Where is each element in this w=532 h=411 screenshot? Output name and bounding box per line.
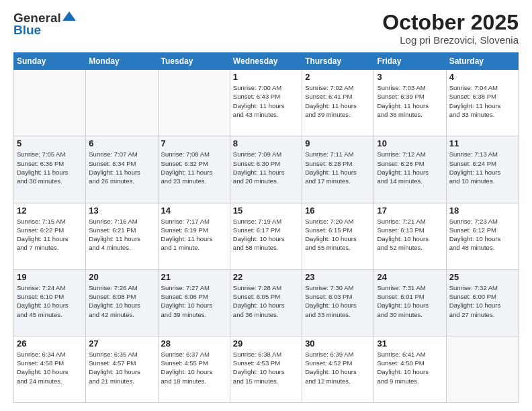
title-block: October 2025 Log pri Brezovici, Slovenia xyxy=(382,11,519,46)
day-info: Sunrise: 6:35 AM Sunset: 4:57 PM Dayligh… xyxy=(89,350,154,385)
calendar-week-row: 19Sunrise: 7:24 AM Sunset: 6:10 PM Dayli… xyxy=(14,269,519,336)
table-row: 2Sunrise: 7:02 AM Sunset: 6:41 PM Daylig… xyxy=(302,70,374,136)
day-info: Sunrise: 7:07 AM Sunset: 6:34 PM Dayligh… xyxy=(89,150,154,185)
header-sunday: Sunday xyxy=(14,53,86,70)
table-row: 21Sunrise: 7:27 AM Sunset: 6:06 PM Dayli… xyxy=(158,269,230,336)
table-row: 28Sunrise: 6:37 AM Sunset: 4:55 PM Dayli… xyxy=(158,336,230,402)
calendar-table: Sunday Monday Tuesday Wednesday Thursday… xyxy=(13,52,519,403)
day-number: 16 xyxy=(305,205,371,216)
day-number: 23 xyxy=(305,272,371,282)
day-info: Sunrise: 7:09 AM Sunset: 6:30 PM Dayligh… xyxy=(233,150,299,185)
day-info: Sunrise: 7:05 AM Sunset: 6:36 PM Dayligh… xyxy=(17,150,83,185)
day-info: Sunrise: 7:17 AM Sunset: 6:19 PM Dayligh… xyxy=(161,217,227,253)
header-friday: Friday xyxy=(374,53,446,70)
table-row: 9Sunrise: 7:11 AM Sunset: 6:28 PM Daylig… xyxy=(302,136,374,203)
day-info: Sunrise: 7:12 AM Sunset: 6:26 PM Dayligh… xyxy=(377,150,443,185)
table-row: 3Sunrise: 7:03 AM Sunset: 6:39 PM Daylig… xyxy=(374,70,446,136)
day-number: 14 xyxy=(161,205,227,216)
day-number: 29 xyxy=(233,338,299,349)
table-row: 29Sunrise: 6:38 AM Sunset: 4:53 PM Dayli… xyxy=(230,336,302,402)
table-row: 7Sunrise: 7:08 AM Sunset: 6:32 PM Daylig… xyxy=(158,136,230,203)
table-row: 19Sunrise: 7:24 AM Sunset: 6:10 PM Dayli… xyxy=(14,269,86,336)
table-row: 23Sunrise: 7:30 AM Sunset: 6:03 PM Dayli… xyxy=(302,269,374,336)
day-number: 12 xyxy=(17,205,83,216)
day-info: Sunrise: 7:19 AM Sunset: 6:17 PM Dayligh… xyxy=(233,217,299,253)
day-number: 30 xyxy=(305,338,371,349)
table-row: 27Sunrise: 6:35 AM Sunset: 4:57 PM Dayli… xyxy=(86,336,158,402)
day-number: 24 xyxy=(377,272,443,282)
logo-icon xyxy=(62,11,76,22)
day-info: Sunrise: 6:38 AM Sunset: 4:53 PM Dayligh… xyxy=(233,350,299,385)
day-number: 25 xyxy=(449,272,515,282)
table-row: 1Sunrise: 7:00 AM Sunset: 6:43 PM Daylig… xyxy=(230,70,302,136)
day-number: 21 xyxy=(161,272,227,282)
table-row: 4Sunrise: 7:04 AM Sunset: 6:38 PM Daylig… xyxy=(446,70,518,136)
calendar-week-row: 26Sunrise: 6:34 AM Sunset: 4:58 PM Dayli… xyxy=(14,336,519,402)
day-info: Sunrise: 7:24 AM Sunset: 6:10 PM Dayligh… xyxy=(17,283,83,319)
day-info: Sunrise: 6:34 AM Sunset: 4:58 PM Dayligh… xyxy=(17,350,83,385)
day-info: Sunrise: 6:41 AM Sunset: 4:50 PM Dayligh… xyxy=(377,350,443,385)
calendar-week-row: 12Sunrise: 7:15 AM Sunset: 6:22 PM Dayli… xyxy=(14,203,519,269)
day-number: 10 xyxy=(377,138,443,148)
calendar-header-row: Sunday Monday Tuesday Wednesday Thursday… xyxy=(14,53,519,70)
day-number: 8 xyxy=(233,138,299,148)
table-row: 31Sunrise: 6:41 AM Sunset: 4:50 PM Dayli… xyxy=(374,336,446,402)
header-tuesday: Tuesday xyxy=(158,53,230,70)
calendar-title: October 2025 xyxy=(382,11,519,34)
day-number: 3 xyxy=(377,72,443,82)
header-wednesday: Wednesday xyxy=(230,53,302,70)
page: General Blue October 2025 Log pri Brezov… xyxy=(0,0,532,411)
day-info: Sunrise: 7:08 AM Sunset: 6:32 PM Dayligh… xyxy=(161,150,227,185)
table-row: 13Sunrise: 7:16 AM Sunset: 6:21 PM Dayli… xyxy=(86,203,158,269)
day-info: Sunrise: 7:00 AM Sunset: 6:43 PM Dayligh… xyxy=(233,83,299,119)
table-row: 5Sunrise: 7:05 AM Sunset: 6:36 PM Daylig… xyxy=(14,136,86,203)
day-info: Sunrise: 7:27 AM Sunset: 6:06 PM Dayligh… xyxy=(161,283,227,319)
calendar-subtitle: Log pri Brezovici, Slovenia xyxy=(382,34,519,46)
day-number: 6 xyxy=(89,138,154,148)
day-info: Sunrise: 7:28 AM Sunset: 6:05 PM Dayligh… xyxy=(233,283,299,319)
day-info: Sunrise: 6:39 AM Sunset: 4:52 PM Dayligh… xyxy=(305,350,371,385)
calendar-week-row: 1Sunrise: 7:00 AM Sunset: 6:43 PM Daylig… xyxy=(14,70,519,136)
svg-marker-0 xyxy=(62,11,76,21)
header: General Blue October 2025 Log pri Brezov… xyxy=(13,11,519,46)
table-row: 16Sunrise: 7:20 AM Sunset: 6:15 PM Dayli… xyxy=(302,203,374,269)
day-number: 26 xyxy=(17,338,83,349)
logo: General Blue xyxy=(13,11,76,38)
table-row: 8Sunrise: 7:09 AM Sunset: 6:30 PM Daylig… xyxy=(230,136,302,203)
day-number: 9 xyxy=(305,138,371,148)
day-number: 1 xyxy=(233,72,299,82)
day-info: Sunrise: 7:16 AM Sunset: 6:21 PM Dayligh… xyxy=(89,217,154,253)
table-row: 26Sunrise: 6:34 AM Sunset: 4:58 PM Dayli… xyxy=(14,336,86,402)
day-number: 4 xyxy=(449,72,515,82)
table-row: 6Sunrise: 7:07 AM Sunset: 6:34 PM Daylig… xyxy=(86,136,158,203)
header-monday: Monday xyxy=(86,53,158,70)
table-row: 22Sunrise: 7:28 AM Sunset: 6:05 PM Dayli… xyxy=(230,269,302,336)
day-number: 5 xyxy=(17,138,83,148)
day-number: 17 xyxy=(377,205,443,216)
header-thursday: Thursday xyxy=(302,53,374,70)
day-number: 18 xyxy=(449,205,515,216)
table-row xyxy=(158,70,230,136)
day-info: Sunrise: 7:26 AM Sunset: 6:08 PM Dayligh… xyxy=(89,283,154,319)
table-row: 30Sunrise: 6:39 AM Sunset: 4:52 PM Dayli… xyxy=(302,336,374,402)
day-number: 13 xyxy=(89,205,154,216)
day-number: 20 xyxy=(89,272,154,282)
day-info: Sunrise: 7:31 AM Sunset: 6:01 PM Dayligh… xyxy=(377,283,443,319)
day-info: Sunrise: 7:03 AM Sunset: 6:39 PM Dayligh… xyxy=(377,83,443,119)
table-row: 14Sunrise: 7:17 AM Sunset: 6:19 PM Dayli… xyxy=(158,203,230,269)
table-row: 17Sunrise: 7:21 AM Sunset: 6:13 PM Dayli… xyxy=(374,203,446,269)
table-row xyxy=(14,70,86,136)
day-info: Sunrise: 7:21 AM Sunset: 6:13 PM Dayligh… xyxy=(377,217,443,253)
day-info: Sunrise: 7:30 AM Sunset: 6:03 PM Dayligh… xyxy=(305,283,371,319)
day-info: Sunrise: 7:23 AM Sunset: 6:12 PM Dayligh… xyxy=(449,217,515,253)
day-number: 2 xyxy=(305,72,371,82)
day-info: Sunrise: 7:15 AM Sunset: 6:22 PM Dayligh… xyxy=(17,217,83,253)
day-number: 31 xyxy=(377,338,443,349)
table-row: 10Sunrise: 7:12 AM Sunset: 6:26 PM Dayli… xyxy=(374,136,446,203)
day-number: 7 xyxy=(161,138,227,148)
table-row: 12Sunrise: 7:15 AM Sunset: 6:22 PM Dayli… xyxy=(14,203,86,269)
table-row: 11Sunrise: 7:13 AM Sunset: 6:24 PM Dayli… xyxy=(446,136,518,203)
day-info: Sunrise: 7:11 AM Sunset: 6:28 PM Dayligh… xyxy=(305,150,371,185)
day-info: Sunrise: 7:32 AM Sunset: 6:00 PM Dayligh… xyxy=(449,283,515,319)
day-number: 28 xyxy=(161,338,227,349)
